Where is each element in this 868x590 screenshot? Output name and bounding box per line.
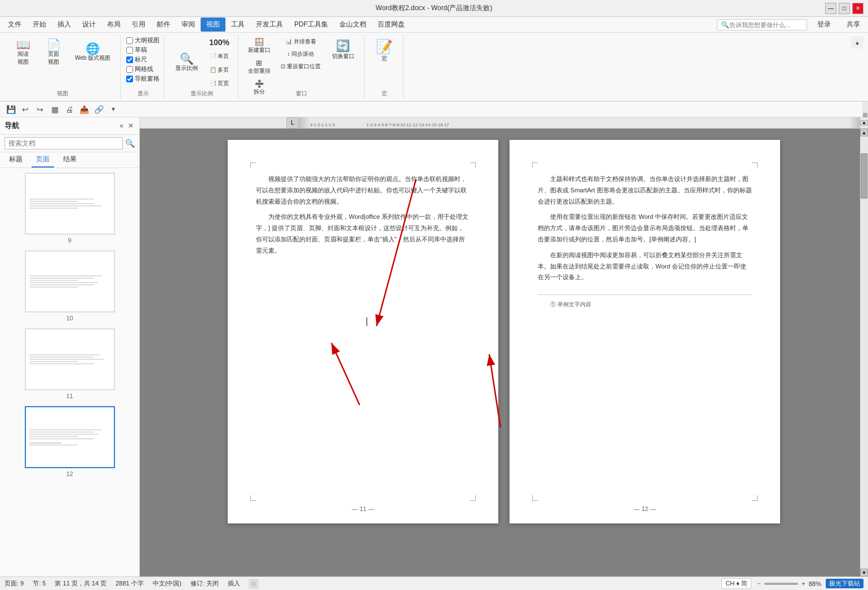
corner-bl-p11 <box>250 495 256 501</box>
ribbon: 📖 阅读视图 📄 页面视图 🌐 Web 版式视图 视图 大纲视图 草稿 标尺 网… <box>0 33 868 102</box>
window-title: Word教程2.docx - Word(产品激活失败) <box>376 3 493 13</box>
menu-layout[interactable]: 布局 <box>101 17 126 32</box>
thumb-num-10: 10 <box>66 315 73 322</box>
split-label: 拆分 <box>254 88 265 96</box>
menu-search-input[interactable] <box>729 21 797 28</box>
print-btn[interactable]: 🖨 <box>63 103 76 116</box>
new-window-btn[interactable]: 🪟 新建窗口 <box>244 36 274 56</box>
zoom-out-btn[interactable]: － <box>756 579 762 588</box>
reset-window-btn[interactable]: ⊡ 重设窗口位置 <box>277 61 325 72</box>
zoom-dialog-btn[interactable]: 🔍 显示比例 <box>170 50 203 75</box>
read-view-icon: 📖 <box>16 39 30 50</box>
gridlines-check[interactable]: 网格线 <box>126 65 153 73</box>
page-11: 视频提供了功能强大的方法帮助你证明你的观点。当你单击联机视频时，可以在想要添加的… <box>228 140 498 523</box>
ruler-scroll-up[interactable]: ▲ <box>860 120 868 126</box>
switch-window-label: 切换窗口 <box>332 52 355 60</box>
save-btn[interactable]: 💾 <box>5 103 17 116</box>
menu-mailings[interactable]: 邮件 <box>151 17 176 32</box>
side-by-side-btn[interactable]: 📊 并排查看 <box>277 36 325 47</box>
chain-btn[interactable]: 🔗 <box>92 103 105 116</box>
menu-review[interactable]: 审阅 <box>176 17 201 32</box>
menu-view[interactable]: 视图 <box>201 17 225 32</box>
nav-thumb-page-10[interactable] <box>25 250 115 312</box>
menu-baidupan[interactable]: 百度网盘 <box>372 17 410 32</box>
menu-bar: 文件 开始 插入 设计 布局 引用 邮件 审阅 视图 工具 开发工具 PDF工具… <box>0 17 868 33</box>
thumb-content-10 <box>26 271 114 292</box>
zoom-100-btn[interactable]: 100% <box>205 36 233 49</box>
redo-btn[interactable]: ↪ <box>34 103 46 116</box>
p12-para3: 在新的阅读视图中阅读更加容易，可以折叠文档某些部分并关注所需文本。如果在达到结尾… <box>538 250 752 283</box>
draft-check[interactable]: 草稿 <box>126 46 147 54</box>
zoom-icon: 🔍 <box>180 53 194 64</box>
window-controls[interactable]: — □ ✕ <box>825 3 863 14</box>
p12-para2: 使用在需要位置出现的新按钮在 Word 中保存时间。若要更改图片适应文档的方式，… <box>538 212 752 245</box>
menu-tools[interactable]: 工具 <box>225 17 250 32</box>
nav-panel-title: 导航 <box>5 121 19 131</box>
scroll-track <box>860 137 868 569</box>
scroll-up-btn[interactable]: ▲ <box>860 129 868 137</box>
nav-panel: 导航 « ✕ 🔍 标题 页面 结果 <box>0 117 140 576</box>
switch-window-btn[interactable]: 🔄 切换窗口 <box>327 36 360 63</box>
nav-search-input[interactable] <box>5 137 123 149</box>
more-qa-btn[interactable]: ▼ <box>107 103 119 116</box>
wps-logo: 极光下载站 <box>826 579 863 588</box>
sync-scroll-btn[interactable]: ↕ 同步滚动 <box>277 49 325 60</box>
page-view-btn[interactable]: 📄 页面视图 <box>39 36 68 69</box>
share-btn[interactable]: 共享 <box>841 17 866 32</box>
export-btn[interactable]: 📤 <box>78 103 90 116</box>
split-btn[interactable]: ➗ 拆分 <box>244 78 274 98</box>
menu-pdf[interactable]: PDF工具集 <box>289 17 334 32</box>
page-width-btn[interactable]: 📑 页宽 <box>206 78 233 89</box>
zoom-in-btn[interactable]: ＋ <box>800 579 807 588</box>
menu-developer[interactable]: 开发工具 <box>250 17 289 32</box>
nav-thumb-page-11[interactable] <box>25 328 115 390</box>
macro-btn[interactable]: 📝 宏 <box>370 36 398 65</box>
web-view-btn[interactable]: 🌐 Web 版式视图 <box>70 40 116 65</box>
pages-container[interactable]: 视频提供了功能强大的方法帮助你证明你的观点。当你单击联机视频时，可以在想要添加的… <box>140 129 868 576</box>
lang-btn[interactable]: CH ♦ 简 <box>721 578 751 589</box>
nav-thumb-page-12[interactable] <box>25 406 115 468</box>
read-view-btn[interactable]: 📖 阅读视图 <box>9 36 37 69</box>
arrange-icon: ⊞ <box>256 59 262 67</box>
nav-panel-controls: « ✕ <box>118 121 135 131</box>
nav-close-btn[interactable]: ✕ <box>127 121 135 131</box>
page-12: 主题和样式也有助于文档保持协调。当你单击设计并选择新的主题时，图片、图表或 Sm… <box>510 140 780 523</box>
menu-search[interactable]: 🔍 <box>717 19 807 30</box>
zoom-slider[interactable] <box>764 583 798 585</box>
ruler-tab-btn[interactable]: L <box>286 117 299 129</box>
thumb-num-9: 9 <box>68 237 71 244</box>
scroll-down-btn[interactable]: ▼ <box>860 569 868 576</box>
display-checkboxes: 大纲视图 草稿 标尺 网格线 导航窗格 <box>126 36 160 83</box>
multi-page-btn[interactable]: 📋 多页 <box>206 64 233 76</box>
menu-file[interactable]: 文件 <box>2 17 27 32</box>
menu-design[interactable]: 设计 <box>77 17 101 32</box>
status-word-count: 2881 个字 <box>116 579 144 588</box>
close-btn[interactable]: ✕ <box>852 3 863 14</box>
nav-tab-headings[interactable]: 标题 <box>5 152 27 168</box>
ruler-check[interactable]: 标尺 <box>126 55 147 64</box>
arrange-all-btn[interactable]: ⊞ 全部重排 <box>244 57 274 77</box>
nav-thumb-page-9[interactable] <box>25 173 115 235</box>
nav-search-icon[interactable]: 🔍 <box>125 139 135 148</box>
zoom-percent[interactable]: 88% <box>809 580 821 587</box>
single-page-btn[interactable]: 📄 单页 <box>206 51 233 62</box>
nav-tab-results[interactable]: 结果 <box>59 152 81 168</box>
nav-collapse-btn[interactable]: « <box>118 121 125 131</box>
undo-btn[interactable]: ↩ <box>19 103 32 116</box>
status-section: 节: 5 <box>33 579 46 588</box>
format-painter-btn[interactable]: ▦ <box>48 103 61 116</box>
menu-references[interactable]: 引用 <box>126 17 151 32</box>
menu-insert[interactable]: 插入 <box>52 17 77 32</box>
scroll-thumb[interactable] <box>861 153 867 199</box>
menu-start[interactable]: 开始 <box>27 17 52 32</box>
maximize-btn[interactable]: □ <box>839 3 850 14</box>
login-btn[interactable]: 登录 <box>812 17 836 32</box>
menu-jinshandoc[interactable]: 金山文档 <box>334 17 372 32</box>
collapse-ribbon-btn[interactable]: ▲ <box>851 36 863 49</box>
minimize-btn[interactable]: — <box>825 3 836 14</box>
page-11-num: — 11 — <box>352 505 374 512</box>
nav-pane-check[interactable]: 导航窗格 <box>126 74 160 83</box>
window-group-label: 窗口 <box>296 90 307 98</box>
outline-view-check[interactable]: 大纲视图 <box>126 36 160 45</box>
nav-tab-pages[interactable]: 页面 <box>32 152 54 168</box>
